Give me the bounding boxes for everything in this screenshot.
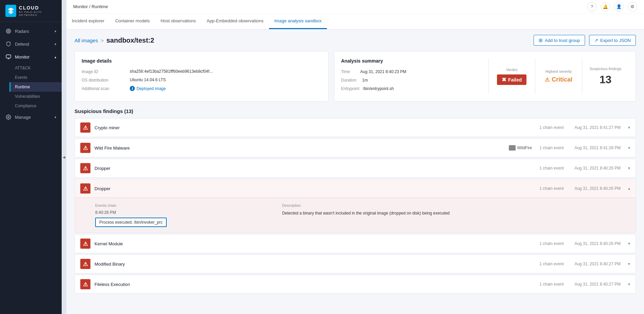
chain-events-6: 1 chain event [540, 262, 564, 266]
page-title-area: All images > sandbox/test:2 [75, 37, 154, 44]
finding-chevron-4: ▴ [628, 186, 630, 191]
severity-text: Critical [552, 76, 572, 83]
manage-icon [5, 114, 12, 120]
page-header: All images > sandbox/test:2 ⊞ Add to tru… [75, 35, 636, 46]
sidebar-item-defend[interactable]: Defend ▾ [0, 38, 62, 50]
settings-button[interactable]: ⚙ [628, 2, 637, 12]
chain-events-2: 1 chain event [540, 145, 564, 150]
top-nav: Incident explorer Container models Host … [66, 14, 644, 29]
finding-header-6[interactable]: ⚠ Modified Binary 1 chain event Aug 31, … [75, 255, 636, 273]
logo-icon [5, 5, 16, 17]
finding-header-1[interactable]: ⚠ Crypto miner 1 chain event Aug 31, 202… [75, 118, 636, 137]
analysis-title: Analysis summary [341, 58, 481, 64]
collapse-icon: ◀ [63, 155, 65, 159]
content-area: All images > sandbox/test:2 ⊞ Add to tru… [66, 29, 644, 314]
analysis-time-row: Time Aug 31, 2021 8:40:23 PM [341, 69, 481, 74]
logo-sub: BY PALO ALTO NETWORKS [19, 10, 56, 17]
add-to-trust-group-button[interactable]: ⊞ Add to trust group [534, 35, 585, 46]
tab-app-embedded[interactable]: App-Embedded observations [201, 14, 269, 29]
suspicious-findings-title: Suspicious findings (13) [75, 108, 636, 114]
image-details-title: Image details [82, 58, 321, 64]
sidebar-item-monitor-label: Monitor [15, 54, 29, 60]
finding-expanded-4: Events chain 8:40:26 PM Process executed… [75, 198, 636, 232]
chain-events-5: 1 chain event [540, 241, 564, 246]
finding-name-7: Fileless Execution [95, 282, 536, 287]
finding-row-5: ⚠ Kernel Module 1 chain event Aug 31, 20… [75, 234, 636, 253]
finding-date-7: Aug 31, 2021 8:40:27 PM [575, 282, 621, 287]
finding-row-4: ⚠ Dropper 1 chain event Aug 31, 2021 8:4… [75, 179, 636, 233]
sidebar-item-radars[interactable]: Radars ▾ [0, 25, 62, 38]
analysis-metrics: Verdict ✖ Failed Highest severity ⚠ Crit… [489, 58, 629, 94]
events-chain-section: Events chain 8:40:26 PM Process executed… [95, 203, 269, 227]
finding-date-5: Aug 31, 2021 8:40:26 PM [575, 241, 621, 246]
analysis-time-value: Aug 31, 2021 8:40:23 PM [360, 69, 406, 74]
all-images-link[interactable]: All images [75, 38, 98, 43]
help-button[interactable]: ? [587, 2, 597, 12]
event-process-box[interactable]: Process executed: /bin/invoker_prc [95, 218, 167, 227]
export-label: Export to JSON [600, 38, 631, 43]
deployed-image-badge[interactable]: ℹ Deployed image [130, 86, 166, 91]
tab-image-analysis[interactable]: Image analysis sandbox [269, 14, 327, 29]
sidebar-item-events[interactable]: Events [15, 73, 62, 82]
defend-icon [5, 41, 12, 47]
finding-header-2[interactable]: ⚠ Wild Fire Malware WildFire 1 chain eve… [75, 139, 636, 157]
sidebar-logo: CLOUD BY PALO ALTO NETWORKS [0, 0, 62, 22]
export-icon: ↗ [594, 38, 598, 43]
finding-row-1: ⚠ Crypto miner 1 chain event Aug 31, 202… [75, 118, 636, 137]
alert-icon-3: ⚠ [80, 163, 90, 173]
monitor-icon [5, 54, 12, 60]
radars-chevron: ▾ [55, 29, 56, 33]
analysis-duration-value: 1m [362, 78, 368, 83]
user-button[interactable]: 👤 [614, 2, 624, 12]
svg-point-1 [7, 30, 10, 32]
finding-header-5[interactable]: ⚠ Kernel Module 1 chain event Aug 31, 20… [75, 234, 636, 253]
verdict-badge: ✖ Failed [497, 74, 526, 85]
analysis-entrypoint-row: Entrypoint /bin/entrypoint.sh [341, 86, 481, 91]
events-chain-label: Events chain [95, 203, 269, 207]
os-dist-value: Ubuntu 14.04.6 LTS [130, 77, 166, 82]
finding-chevron-1: ▾ [628, 125, 630, 130]
analysis-summary-card: Analysis summary Time Aug 31, 2021 8:40:… [334, 51, 636, 102]
sidebar-item-vulnerabilities[interactable]: Vulnerabilities [15, 92, 62, 101]
findings-value: 13 [600, 73, 612, 86]
export-to-json-button[interactable]: ↗ Export to JSON [589, 35, 636, 46]
analysis-entrypoint-value: /bin/entrypoint.sh [363, 86, 394, 91]
sidebar-collapse-button[interactable]: ◀ [62, 0, 66, 314]
logo-text: CLOUD [19, 5, 56, 10]
sidebar-item-manage[interactable]: Manage ▾ [0, 111, 62, 124]
main-content: Monitor / Runtime ? 🔔 👤 ⚙ Incident explo… [66, 0, 644, 314]
title-breadcrumb-sep: > [101, 38, 104, 43]
finding-header-3[interactable]: ⚠ Dropper 1 chain event Aug 31, 2021 8:4… [75, 159, 636, 177]
tab-host-observations[interactable]: Host observations [155, 14, 201, 29]
sidebar-item-compliance[interactable]: Compliance [15, 101, 62, 111]
finding-name-2: Wild Fire Malware [95, 145, 505, 151]
description-text: Detected a binary that wasn't included i… [282, 210, 629, 216]
analysis-duration-label: Duration [341, 78, 361, 83]
sidebar-item-monitor[interactable]: Monitor ▴ [0, 50, 62, 63]
tab-incident-explorer[interactable]: Incident explorer [66, 14, 110, 29]
tab-container-models[interactable]: Container models [110, 14, 155, 29]
verdict-value: Failed [508, 77, 522, 83]
chain-events-4: 1 chain event [540, 186, 564, 191]
monitor-chevron: ▴ [55, 55, 56, 59]
finding-name-3: Dropper [95, 166, 536, 171]
verdict-metric: Verdict ✖ Failed [489, 58, 535, 94]
sidebar-item-attck[interactable]: ATT&CK [15, 63, 62, 73]
os-dist-label: OS distribution [82, 77, 126, 83]
findings-metric: Suspicious findings 13 [582, 58, 629, 94]
monitor-sub-nav: ATT&CK Events Runtime Vulnerabilities Co… [0, 63, 62, 111]
svg-rect-3 [6, 55, 11, 58]
finding-date-6: Aug 31, 2021 8:40:27 PM [575, 262, 621, 266]
notifications-button[interactable]: 🔔 [601, 2, 610, 12]
finding-header-4[interactable]: ⚠ Dropper 1 chain event Aug 31, 2021 8:4… [75, 179, 636, 198]
defend-chevron: ▾ [55, 42, 56, 46]
sidebar-item-defend-label: Defend [15, 42, 29, 47]
finding-header-7[interactable]: ⚠ Fileless Execution 1 chain event Aug 3… [75, 275, 636, 293]
svg-point-2 [8, 31, 9, 32]
cards-row: Image details Image ID sha256:4ef13ba275… [75, 51, 636, 102]
breadcrumb-parent: Monitor [73, 4, 88, 9]
sidebar-item-runtime[interactable]: Runtime [9, 82, 62, 92]
additional-scan-label: Additional scan [82, 86, 126, 91]
alert-icon-5: ⚠ [80, 239, 90, 249]
top-bar: Monitor / Runtime ? 🔔 👤 ⚙ Incident explo… [66, 0, 644, 29]
